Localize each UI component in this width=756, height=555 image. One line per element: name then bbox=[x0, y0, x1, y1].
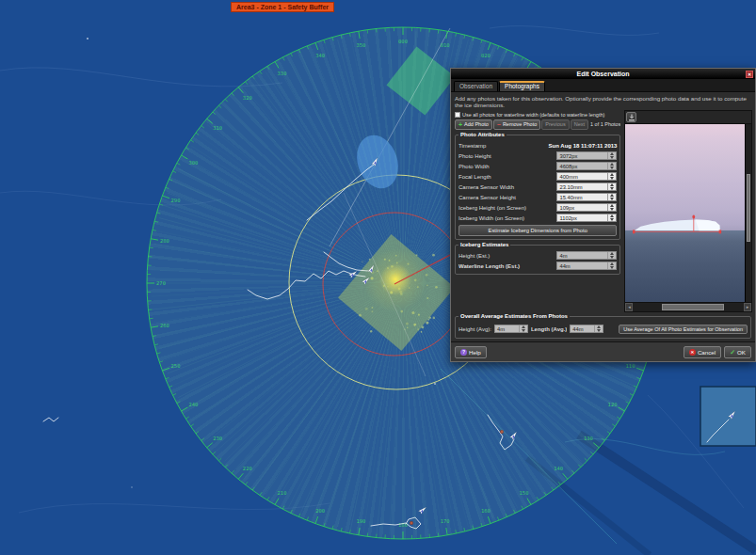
estimate-dimensions-button[interactable]: Estimate Iceberg Dimensions from Photo bbox=[458, 225, 617, 236]
svg-text:290: 290 bbox=[171, 198, 181, 203]
svg-text:140: 140 bbox=[554, 466, 563, 471]
svg-text:120: 120 bbox=[608, 402, 618, 407]
cancel-button[interactable]: ✕Cancel bbox=[684, 346, 721, 358]
help-icon: ? bbox=[460, 349, 467, 356]
iceberg-width-screen-row: Iceberg Width (on Screen) 1102px bbox=[458, 213, 617, 223]
spinner-arrows-icon[interactable] bbox=[607, 204, 614, 211]
svg-text:240: 240 bbox=[188, 402, 198, 407]
length-avg-label: Length (Avg.) bbox=[531, 326, 567, 332]
svg-text:260: 260 bbox=[160, 323, 169, 328]
next-photo-button[interactable]: Next bbox=[571, 119, 588, 130]
svg-text:310: 310 bbox=[213, 125, 222, 131]
help-button[interactable]: ?Help bbox=[455, 346, 487, 358]
dialog-titlebar[interactable]: Edit Observation ✕ bbox=[451, 69, 755, 79]
scroll-right-icon[interactable]: ▸ bbox=[744, 303, 751, 311]
use-average-button[interactable]: Use Average Of All Photo Estimates for O… bbox=[619, 325, 748, 334]
measure-handle-left[interactable] bbox=[633, 230, 635, 234]
spinner-arrows-icon[interactable] bbox=[607, 173, 614, 180]
ok-check-icon: ✓ bbox=[730, 349, 735, 356]
svg-text:160: 160 bbox=[481, 508, 491, 514]
photo-body bbox=[624, 123, 752, 303]
svg-text:150: 150 bbox=[520, 490, 529, 496]
svg-text:340: 340 bbox=[315, 53, 325, 58]
iceberg-height-screen-field[interactable]: 109px bbox=[556, 203, 617, 212]
dialog-tabbar: Observation Photographs bbox=[451, 79, 755, 92]
dialog-footer: ?Help ✕Cancel ✓OK bbox=[451, 341, 755, 361]
photo-viewer-panel: ◂ ▸ bbox=[624, 110, 752, 312]
iceberg-width-screen-field[interactable]: 1102px bbox=[556, 214, 617, 222]
hscroll-track[interactable] bbox=[633, 303, 744, 311]
waterline-length-est-field: 44m bbox=[556, 262, 617, 270]
use-all-photos-checkbox[interactable] bbox=[455, 112, 460, 118]
timestamp-value: Sun Aug 18 11:07:11 2013 bbox=[549, 143, 618, 149]
svg-text:200: 200 bbox=[315, 508, 325, 514]
tab-observation[interactable]: Observation bbox=[454, 81, 498, 91]
sensor-height-field[interactable]: 15.40mm bbox=[556, 193, 617, 201]
svg-text:230: 230 bbox=[213, 436, 222, 441]
photo-width-field: 4608px bbox=[556, 162, 617, 170]
waterline-length-est-row: Waterline Length (Est.) 44m bbox=[458, 261, 617, 271]
dialog-content: Use all photos for waterline width (defa… bbox=[451, 109, 755, 314]
measure-handle-top[interactable] bbox=[693, 215, 696, 219]
plus-icon: + bbox=[458, 122, 462, 127]
ok-button[interactable]: ✓OK bbox=[724, 346, 751, 358]
photo-canvas[interactable] bbox=[625, 124, 745, 302]
remove-photo-button[interactable]: −Remove Photo bbox=[493, 119, 540, 130]
radar-map-screen: 0000100200300400500600700800901001101201… bbox=[0, 0, 756, 555]
spinner-arrows-icon bbox=[607, 163, 614, 169]
spinner-arrows-icon[interactable] bbox=[607, 214, 614, 221]
zone-label: Area3 - Zone 1 - Safety Buffer bbox=[231, 2, 334, 12]
height-avg-field: 4m bbox=[494, 325, 528, 333]
svg-text:270: 270 bbox=[156, 280, 166, 286]
sensor-width-row: Camera Sensor Width 23.10mm bbox=[458, 182, 617, 192]
photo-nav-row: +Add Photo −Remove Photo Previous Next 1… bbox=[455, 119, 620, 130]
photo-hscrollbar[interactable]: ◂ ▸ bbox=[624, 303, 752, 312]
photo-vscrollbar[interactable] bbox=[745, 124, 751, 302]
measure-handle-right[interactable] bbox=[719, 230, 722, 234]
height-avg-label: Height (Avg): bbox=[458, 326, 491, 332]
photo-count-label: 1 of 1 Photos bbox=[590, 121, 620, 127]
svg-text:190: 190 bbox=[356, 518, 365, 524]
download-arrow-icon bbox=[628, 114, 635, 121]
tab-photographs[interactable]: Photographs bbox=[499, 81, 545, 91]
export-photo-button[interactable] bbox=[626, 112, 636, 122]
photo-overlay bbox=[625, 124, 745, 302]
spinner-arrows-icon bbox=[519, 325, 525, 332]
sensor-height-row: Camera Sensor Height 15.40mm bbox=[458, 192, 617, 202]
vscroll-thumb[interactable] bbox=[747, 174, 750, 242]
add-photo-button[interactable]: +Add Photo bbox=[455, 119, 492, 130]
photographs-description: Add any photos taken for this observatio… bbox=[451, 92, 755, 109]
svg-text:210: 210 bbox=[278, 490, 287, 496]
focal-length-row: Focal Length 400mm bbox=[458, 171, 617, 182]
photo-data-column: Use all photos for waterline width (defa… bbox=[451, 109, 622, 314]
svg-text:130: 130 bbox=[584, 436, 593, 441]
svg-text:250: 250 bbox=[171, 363, 181, 369]
close-button[interactable]: ✕ bbox=[746, 71, 753, 78]
timestamp-row: Timestamp Sun Aug 18 11:07:11 2013 bbox=[458, 140, 617, 151]
photo-attributes-group: Photo Attributes Timestamp Sun Aug 18 11… bbox=[455, 135, 620, 240]
focal-length-field[interactable]: 400mm bbox=[556, 172, 617, 181]
iceberg-height-screen-row: Iceberg Height (on Screen) 109px bbox=[458, 202, 617, 213]
spinner-arrows-icon bbox=[607, 152, 614, 159]
svg-text:020: 020 bbox=[481, 53, 491, 58]
svg-text:110: 110 bbox=[626, 363, 635, 369]
svg-text:330: 330 bbox=[278, 71, 287, 76]
height-est-field: 4m bbox=[556, 251, 617, 260]
spinner-arrows-icon[interactable] bbox=[607, 194, 614, 200]
overall-averages-group: Overall Average Estimates From Photos He… bbox=[455, 316, 751, 339]
svg-text:350: 350 bbox=[356, 42, 365, 48]
spinner-arrows-icon[interactable] bbox=[607, 183, 614, 190]
hscroll-thumb[interactable] bbox=[662, 304, 724, 310]
svg-text:010: 010 bbox=[441, 42, 450, 48]
use-all-photos-row: Use all photos for waterline width (defa… bbox=[455, 110, 620, 119]
previous-photo-button[interactable]: Previous bbox=[541, 119, 569, 130]
svg-text:300: 300 bbox=[188, 160, 198, 166]
iceberg-estimates-group: Iceberg Estimates Height (Est.) 4m Water… bbox=[455, 245, 620, 275]
edit-observation-dialog: Edit Observation ✕ Observation Photograp… bbox=[450, 68, 756, 362]
sensor-width-field[interactable]: 23.10mm bbox=[556, 182, 617, 191]
svg-text:320: 320 bbox=[243, 95, 252, 101]
svg-text:170: 170 bbox=[441, 518, 450, 524]
scroll-left-icon[interactable]: ◂ bbox=[625, 303, 633, 311]
spinner-arrows-icon bbox=[594, 325, 601, 332]
inset-panel[interactable] bbox=[700, 387, 756, 446]
